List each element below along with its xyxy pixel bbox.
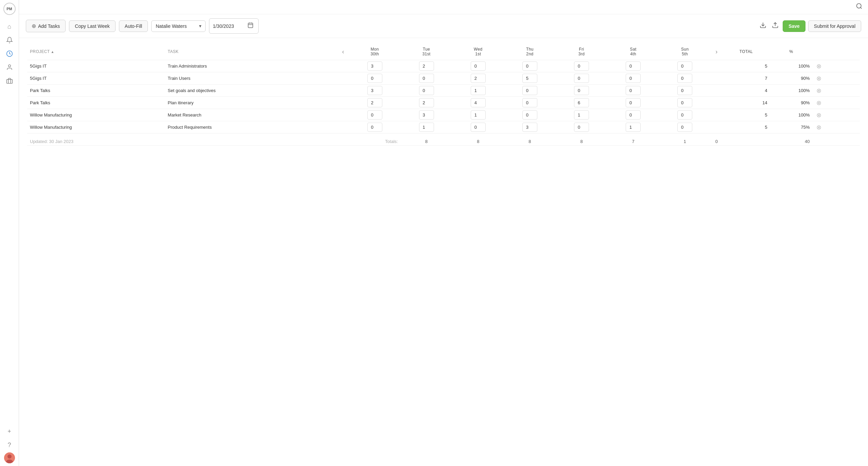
day-input-2-0[interactable] — [367, 86, 382, 95]
copy-last-week-button[interactable]: Copy Last Week — [69, 20, 115, 32]
avatar[interactable] — [4, 452, 15, 463]
sidebar-item-projects[interactable] — [3, 75, 16, 87]
day-input-1-6[interactable] — [677, 74, 692, 83]
table-row: Willow ManufacturingProduct Requirements… — [27, 121, 860, 133]
totals-label: Totals: — [349, 133, 401, 146]
plus-circle-icon: ⊕ — [32, 23, 36, 29]
col-header-project[interactable]: PROJECT ▲ — [27, 45, 165, 60]
cell-day — [607, 109, 659, 121]
cell-total: 14 — [722, 97, 770, 109]
cell-remove: ⊗ — [812, 72, 846, 85]
cell-day — [504, 60, 556, 72]
totals-row: Updated: 30 Jan 2023Totals:888871040 — [27, 133, 860, 146]
cell-day — [659, 109, 711, 121]
user-select[interactable]: Natalie Waters — [151, 20, 206, 32]
day-input-2-1[interactable] — [419, 86, 434, 95]
sidebar-item-timesheets[interactable] — [3, 48, 16, 60]
day-input-4-2[interactable] — [471, 110, 486, 120]
submit-for-approval-button[interactable]: Submit for Approval — [808, 20, 861, 32]
remove-row-button[interactable]: ⊗ — [815, 123, 823, 132]
cell-day — [504, 72, 556, 85]
cell-day — [452, 121, 504, 133]
cell-day — [659, 60, 711, 72]
remove-row-button[interactable]: ⊗ — [815, 111, 823, 120]
day-input-2-2[interactable] — [471, 86, 486, 95]
cell-day — [607, 85, 659, 97]
auto-fill-button[interactable]: Auto-Fill — [119, 20, 148, 32]
day-input-0-6[interactable] — [677, 61, 692, 71]
day-input-3-4[interactable] — [574, 98, 589, 107]
svg-point-6 — [857, 4, 861, 8]
day-input-5-5[interactable] — [626, 123, 641, 132]
day-input-1-3[interactable] — [522, 74, 537, 83]
cell-project: Willow Manufacturing — [27, 109, 165, 121]
add-tasks-button[interactable]: ⊕ Add Tasks — [26, 20, 66, 32]
cell-day — [607, 60, 659, 72]
day-input-3-1[interactable] — [419, 98, 434, 107]
day-input-5-3[interactable] — [522, 123, 537, 132]
day-input-5-1[interactable] — [419, 123, 434, 132]
date-input[interactable] — [213, 23, 243, 29]
day-input-5-4[interactable] — [574, 123, 589, 132]
cell-day — [556, 109, 607, 121]
svg-rect-8 — [248, 23, 253, 28]
day-input-3-2[interactable] — [471, 98, 486, 107]
next-week-button[interactable]: › — [713, 48, 719, 56]
day-input-4-3[interactable] — [522, 110, 537, 120]
day-input-4-1[interactable] — [419, 110, 434, 120]
cell-project: 5Gigs IT — [27, 72, 165, 85]
remove-row-button[interactable]: ⊗ — [815, 98, 823, 107]
calendar-icon[interactable] — [246, 21, 255, 31]
cell-day — [401, 97, 452, 109]
sidebar-item-help[interactable]: ? — [3, 439, 16, 451]
day-input-1-0[interactable] — [367, 74, 382, 83]
app-logo[interactable]: PM — [3, 3, 16, 15]
sidebar-item-people[interactable] — [3, 61, 16, 73]
day-input-1-2[interactable] — [471, 74, 486, 83]
day-input-4-5[interactable] — [626, 110, 641, 120]
cell-day — [452, 60, 504, 72]
sidebar-item-home[interactable]: ⌂ — [3, 20, 16, 33]
cell-day — [556, 121, 607, 133]
day-input-5-0[interactable] — [367, 123, 382, 132]
day-input-2-5[interactable] — [626, 86, 641, 95]
prev-week-button[interactable]: ‹ — [340, 48, 346, 56]
day-input-1-5[interactable] — [626, 74, 641, 83]
day-input-2-6[interactable] — [677, 86, 692, 95]
remove-row-button[interactable]: ⊗ — [815, 62, 823, 71]
day-input-1-1[interactable] — [419, 74, 434, 83]
day-input-0-5[interactable] — [626, 61, 641, 71]
day-input-3-0[interactable] — [367, 98, 382, 107]
day-input-4-6[interactable] — [677, 110, 692, 120]
timesheet-table: PROJECT ▲ TASK ‹ Mon 30th — [27, 45, 860, 146]
download-button[interactable] — [758, 20, 768, 32]
cell-day — [607, 97, 659, 109]
remove-row-button[interactable]: ⊗ — [815, 86, 823, 95]
cell-day — [401, 85, 452, 97]
cell-day — [349, 121, 401, 133]
day-input-5-2[interactable] — [471, 123, 486, 132]
sidebar-item-notifications[interactable] — [3, 34, 16, 46]
day-input-0-4[interactable] — [574, 61, 589, 71]
remove-row-button[interactable]: ⊗ — [815, 74, 823, 83]
day-input-3-6[interactable] — [677, 98, 692, 107]
day-input-4-0[interactable] — [367, 110, 382, 120]
sidebar-item-add[interactable]: + — [3, 425, 16, 437]
day-input-0-0[interactable] — [367, 61, 382, 71]
day-input-2-3[interactable] — [522, 86, 537, 95]
day-input-0-1[interactable] — [419, 61, 434, 71]
day-input-4-4[interactable] — [574, 110, 589, 120]
day-input-3-3[interactable] — [522, 98, 537, 107]
day-input-0-2[interactable] — [471, 61, 486, 71]
day-input-0-3[interactable] — [522, 61, 537, 71]
save-button[interactable]: Save — [783, 20, 805, 32]
search-button[interactable] — [856, 3, 863, 11]
day-input-5-6[interactable] — [677, 123, 692, 132]
cell-day — [556, 60, 607, 72]
cell-task: Train Users — [165, 72, 337, 85]
day-input-1-4[interactable] — [574, 74, 589, 83]
day-input-2-4[interactable] — [574, 86, 589, 95]
day-input-3-5[interactable] — [626, 98, 641, 107]
cell-remove: ⊗ — [812, 97, 846, 109]
upload-button[interactable] — [770, 20, 780, 32]
